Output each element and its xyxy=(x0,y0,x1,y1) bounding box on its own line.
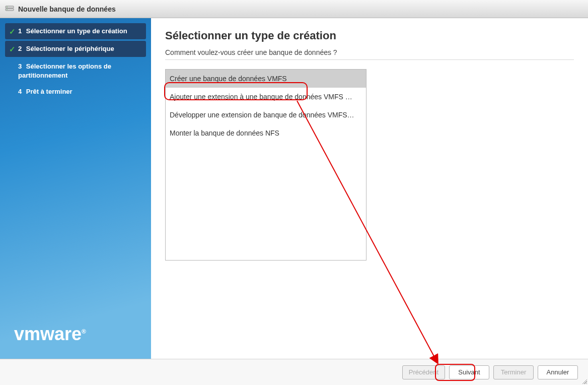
divider xyxy=(165,59,574,60)
step-number: 4 xyxy=(18,88,22,95)
step-label: Sélectionner le périphérique xyxy=(26,45,114,52)
option-mount-nfs[interactable]: Monter la banque de données NFS xyxy=(166,124,366,142)
next-button[interactable]: Suivant xyxy=(449,365,489,379)
wizard-step-3[interactable]: 3 Sélectionner les options de partitionn… xyxy=(0,58,151,84)
option-create-vmfs[interactable]: Créer une banque de données VMFS xyxy=(166,70,366,88)
wizard-step-2[interactable]: ✓ 2 Sélectionner le périphérique xyxy=(5,41,146,57)
creation-type-list[interactable]: Créer une banque de données VMFS Ajouter… xyxy=(165,69,366,261)
finish-button: Terminer xyxy=(493,365,534,379)
step-number: 3 xyxy=(18,62,22,70)
option-extend-extent[interactable]: Développer une extension de banque de do… xyxy=(166,106,366,124)
wizard-step-4[interactable]: 4 Prêt à terminer xyxy=(0,84,151,100)
main-panel: Sélectionner un type de création Comment… xyxy=(151,18,588,359)
window-title: Nouvelle banque de données xyxy=(18,5,116,13)
step-label: Prêt à terminer xyxy=(26,88,72,95)
wizard-body: ✓ 1 Sélectionner un type de création ✓ 2… xyxy=(0,18,588,359)
step-number: 2 xyxy=(18,45,22,52)
option-add-extent[interactable]: Ajouter une extension à une banque de do… xyxy=(166,88,366,106)
svg-point-3 xyxy=(7,9,8,10)
svg-point-2 xyxy=(7,7,8,8)
page-subtitle: Comment voulez-vous créer une banque de … xyxy=(165,48,574,56)
check-icon: ✓ xyxy=(9,27,16,36)
cancel-button[interactable]: Annuler xyxy=(538,365,578,379)
datastore-icon xyxy=(5,5,14,14)
prev-button: Précédent xyxy=(402,365,445,379)
wizard-window: Nouvelle banque de données ✓ 1 Sélection… xyxy=(0,0,588,385)
step-label: Sélectionner les options de partitionnem… xyxy=(18,62,111,79)
wizard-step-1[interactable]: ✓ 1 Sélectionner un type de création xyxy=(5,23,146,39)
brand: vmware® xyxy=(0,324,151,359)
vmware-logo: vmware® xyxy=(14,324,86,344)
footer: Précédent Suivant Terminer Annuler xyxy=(0,359,588,385)
wizard-steps: ✓ 1 Sélectionner un type de création ✓ 2… xyxy=(0,18,151,100)
step-number: 1 xyxy=(18,27,22,35)
page-heading: Sélectionner un type de création xyxy=(165,29,574,42)
check-icon: ✓ xyxy=(9,45,16,54)
step-label: Sélectionner un type de création xyxy=(26,27,127,35)
titlebar: Nouvelle banque de données xyxy=(0,0,588,18)
resize-grip-icon[interactable] xyxy=(581,378,587,384)
sidebar: ✓ 1 Sélectionner un type de création ✓ 2… xyxy=(0,18,151,359)
